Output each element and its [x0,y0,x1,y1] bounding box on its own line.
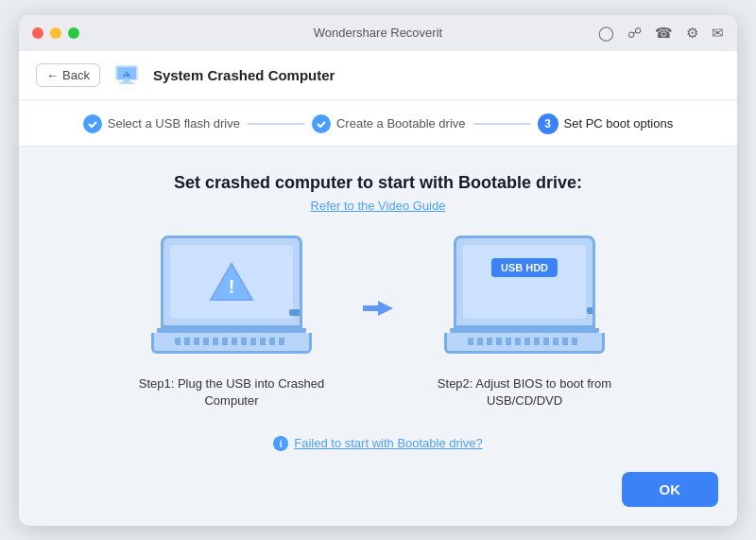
svg-text:!: ! [229,276,235,297]
step-bar: Select a USB flash drive Create a Bootab… [19,100,737,147]
titlebar: Wondershare Recoverit ◯ ☍ ☎ ⚙ ✉ [19,15,737,51]
header-title: System Crashed Computer [153,67,335,83]
failed-link-row: i Failed to start with Bootable drive? [273,436,482,451]
titlebar-icons: ◯ ☍ ☎ ⚙ ✉ [598,25,724,42]
back-label: Back [62,68,90,82]
close-button[interactable] [32,27,43,39]
back-button[interactable]: ← Back [36,63,100,87]
step-line-2 [473,123,530,125]
usb-plug [289,309,302,316]
step2-visual: USB HDD Step2: Adjust BIOS to boot from … [421,235,628,409]
usb-side [587,307,595,314]
ok-btn-row: OK [38,462,718,507]
traffic-lights [32,27,79,39]
signin-icon[interactable]: ☍ [627,25,642,42]
app-title: Wondershare Recoverit [314,26,442,40]
settings-icon[interactable]: ⚙ [686,25,698,42]
step-1: Select a USB flash drive [83,114,240,133]
app-window: Wondershare Recoverit ◯ ☍ ☎ ⚙ ✉ ← Back !… [19,15,737,526]
step-2-label: Create a Bootable drive [336,116,466,131]
laptop2-screen: USB HDD [454,235,595,328]
step2-desc: Step2: Adjust BIOS to boot from USB/CD/D… [421,375,628,409]
step-1-check [83,114,102,133]
laptop1-base [151,333,312,354]
step-3-label: Set PC boot options [564,116,674,131]
step-2: Create a Bootable drive [312,114,466,133]
steps-visual: ! Step1: Plug the [128,235,628,409]
laptop1-wrap: ! [146,235,317,368]
minimize-button[interactable] [50,27,61,39]
header-bar: ← Back ! System Crashed Computer [19,51,737,100]
laptop1-screen: ! [161,235,302,328]
step1-desc: Step1: Plug the USB into Crashed Compute… [139,375,325,409]
laptop1-hinge [157,328,306,333]
video-link[interactable]: Refer to the Video Guide [311,199,446,213]
arrow-icon [359,295,397,322]
svg-rect-3 [123,80,130,82]
step1-visual: ! Step1: Plug the [128,235,335,409]
warning-triangle-icon: ! [207,260,256,304]
laptop2-hinge [450,328,599,333]
back-arrow-icon: ← [46,68,59,82]
main-content: Set crashed computer to start with Boota… [19,147,737,526]
mail-icon[interactable]: ✉ [712,25,724,42]
crashed-computer-icon: ! [113,61,140,88]
step-3-num: 3 [538,113,558,134]
laptop1-screen-inner: ! [170,245,293,319]
info-icon: i [273,436,288,451]
failed-link[interactable]: Failed to start with Bootable drive? [294,436,482,450]
usb-hdd-label: USB HDD [491,258,558,277]
laptop2-base [444,333,605,354]
svg-rect-4 [119,82,134,84]
main-title: Set crashed computer to start with Boota… [174,173,582,193]
laptop2-keyboard [468,338,581,345]
maximize-button[interactable] [68,27,79,39]
ok-button[interactable]: OK [622,472,719,507]
laptop2-screen-inner: USB HDD [463,245,586,319]
step-3: 3 Set PC boot options [538,113,674,134]
step-line-1 [248,123,304,125]
laptop1-keyboard [175,338,288,345]
person-icon[interactable]: ◯ [598,25,614,42]
step-1-label: Select a USB flash drive [108,116,240,131]
arrow-between [354,295,402,322]
laptop2-wrap: USB HDD [439,235,610,368]
headset-icon[interactable]: ☎ [655,25,673,42]
step-2-check [312,114,331,133]
